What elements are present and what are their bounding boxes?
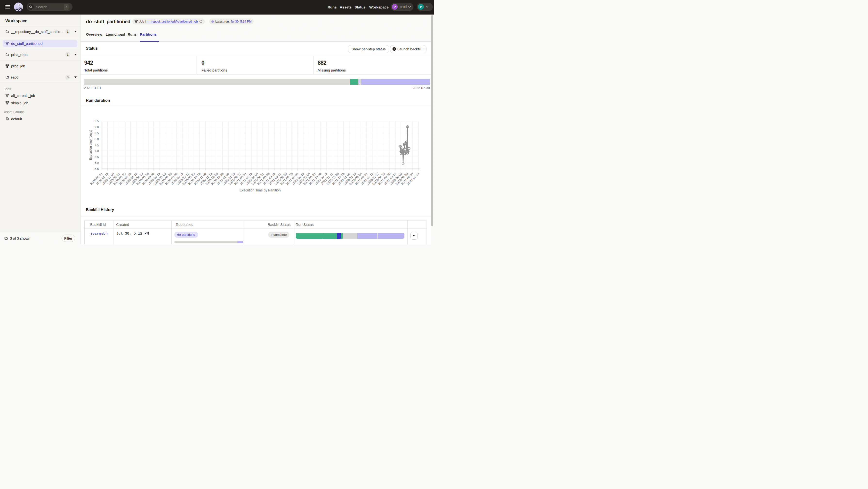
svg-text:9.0: 9.0 bbox=[95, 126, 99, 129]
svg-text:9.5: 9.5 bbox=[95, 120, 99, 123]
svg-text:7.5: 7.5 bbox=[95, 143, 99, 146]
svg-text:6.0: 6.0 bbox=[95, 161, 99, 165]
svg-text:6.5: 6.5 bbox=[95, 155, 99, 159]
svg-text:7.0: 7.0 bbox=[95, 149, 99, 153]
svg-text:8.0: 8.0 bbox=[95, 137, 99, 141]
svg-text:Execution Time by Partition: Execution Time by Partition bbox=[239, 188, 281, 192]
svg-text:Execution time (secs): Execution time (secs) bbox=[89, 130, 92, 160]
svg-text:8.5: 8.5 bbox=[95, 131, 99, 135]
svg-text:5.5: 5.5 bbox=[95, 167, 99, 170]
